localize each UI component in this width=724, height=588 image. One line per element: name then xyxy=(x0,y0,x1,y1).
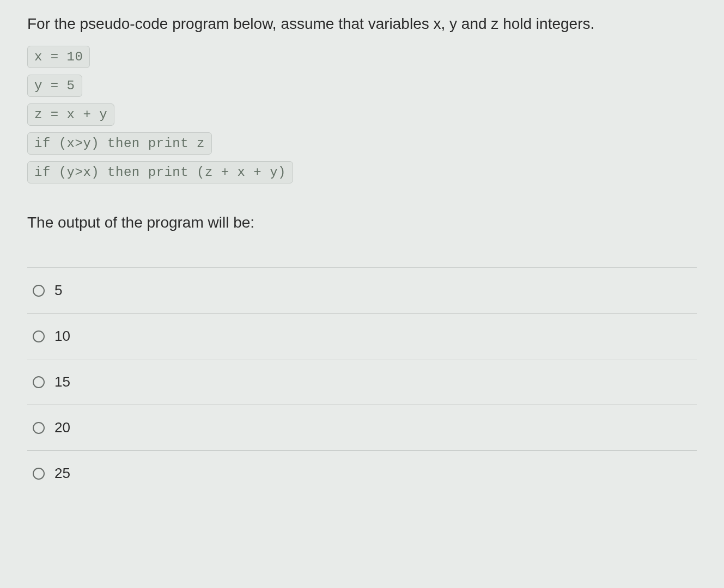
option-label: 5 xyxy=(54,282,62,299)
code-block: x = 10 y = 5 z = x + y if (x>y) then pri… xyxy=(27,46,697,183)
option-label: 15 xyxy=(54,373,70,390)
option-row[interactable]: 10 xyxy=(27,313,697,359)
code-line: if (x>y) then print z xyxy=(27,132,212,155)
radio-icon xyxy=(33,376,45,388)
option-label: 10 xyxy=(54,328,70,345)
code-line: x = 10 xyxy=(27,46,90,68)
option-label: 20 xyxy=(54,419,70,436)
question-intro: For the pseudo-code program below, assum… xyxy=(27,11,697,37)
option-row[interactable]: 25 xyxy=(27,450,697,496)
option-row[interactable]: 15 xyxy=(27,359,697,405)
options-list: 5 10 15 20 25 xyxy=(27,267,697,496)
radio-icon xyxy=(33,285,45,297)
code-line: if (y>x) then print (z + x + y) xyxy=(27,161,293,183)
option-row[interactable]: 5 xyxy=(27,267,697,313)
option-label: 25 xyxy=(54,465,70,482)
question-prompt: The output of the program will be: xyxy=(27,211,697,235)
radio-icon xyxy=(33,422,45,434)
radio-icon xyxy=(33,330,45,342)
radio-icon xyxy=(33,468,45,480)
code-line: z = x + y xyxy=(27,103,114,126)
code-line: y = 5 xyxy=(27,75,82,97)
option-row[interactable]: 20 xyxy=(27,405,697,450)
